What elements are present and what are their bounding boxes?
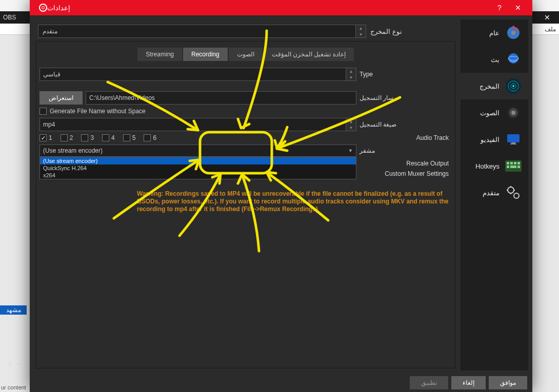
svg-rect-13 bbox=[511, 142, 515, 143]
cogs-icon bbox=[505, 184, 522, 201]
background-menu-file[interactable]: ملف bbox=[545, 26, 556, 33]
svg-point-23 bbox=[508, 187, 514, 193]
sidebar-item-label: متقدم bbox=[483, 189, 500, 197]
type-select[interactable]: قياسي▲▼ bbox=[39, 68, 356, 81]
sidebar-item-hotkeys[interactable]: Hotkeys bbox=[461, 153, 528, 179]
svg-point-8 bbox=[512, 85, 514, 87]
audio-track-4[interactable]: 4 bbox=[102, 134, 115, 141]
audio-track-group: 1 2 3 4 5 6 bbox=[39, 134, 356, 141]
no-space-checkbox[interactable]: Generate File Name without Space bbox=[39, 108, 356, 115]
encoder-dropdown-list: (Use stream encoder) QuickSync H.264 x26… bbox=[39, 157, 356, 179]
encoder-select[interactable]: (Use stream encoder)▼ (Use stream encode… bbox=[39, 145, 356, 157]
speaker-icon bbox=[505, 104, 522, 121]
background-close-button[interactable]: ✕ bbox=[535, 11, 559, 24]
svg-rect-12 bbox=[507, 134, 520, 142]
encoder-option-quicksync[interactable]: QuickSync H.264 bbox=[40, 164, 356, 172]
sidebar-item-audio[interactable]: الصوت bbox=[461, 99, 528, 126]
add-scene-button[interactable]: + bbox=[7, 359, 13, 369]
remove-scene-button[interactable]: − bbox=[16, 359, 22, 369]
audio-track-6[interactable]: 6 bbox=[144, 134, 156, 141]
sidebar-item-general[interactable]: عام bbox=[461, 19, 528, 46]
sidebar-item-advanced[interactable]: متقدم bbox=[461, 179, 528, 206]
svg-rect-16 bbox=[507, 162, 509, 164]
apply-button[interactable]: تطبيق bbox=[410, 376, 448, 389]
ok-button[interactable]: موافق bbox=[489, 376, 527, 389]
dialog-title: إعدادات bbox=[47, 4, 70, 12]
sidebar-item-stream[interactable]: بث bbox=[461, 46, 528, 73]
globe-icon bbox=[505, 51, 522, 68]
output-mode-select[interactable]: متقدم ▲▼ bbox=[38, 25, 366, 38]
sidebar-item-label: الفيديو bbox=[481, 136, 500, 143]
tab-audio[interactable]: الصوت bbox=[229, 48, 263, 61]
sidebar-item-label: عام bbox=[489, 29, 500, 37]
audio-track-1[interactable]: 1 bbox=[39, 134, 52, 141]
svg-rect-22 bbox=[517, 166, 520, 168]
sidebar-item-label: بث bbox=[491, 56, 500, 64]
encoder-option-x264[interactable]: x264 bbox=[40, 172, 356, 179]
recording-format-select[interactable]: mp4▲▼ bbox=[39, 118, 356, 131]
tab-recording[interactable]: Recording bbox=[183, 48, 228, 61]
settings-sidebar: عام بث المخرج الصوت الفيديو Hotkeys bbox=[461, 19, 528, 370]
mp4-warning: Warning: Recordings saved to MP4 will be… bbox=[39, 188, 452, 213]
svg-rect-18 bbox=[514, 162, 516, 164]
gear-icon bbox=[505, 24, 522, 42]
output-icon bbox=[505, 77, 522, 95]
recording-format-label: صيغة التسجيل bbox=[356, 121, 452, 128]
scene-label: مشهد bbox=[0, 305, 27, 315]
audio-track-5[interactable]: 5 bbox=[123, 134, 136, 141]
svg-rect-20 bbox=[507, 166, 509, 168]
sidebar-item-output[interactable]: المخرج bbox=[461, 73, 528, 99]
tab-replay-buffer[interactable]: إعادة تشغيل المخزن المؤقت bbox=[264, 48, 354, 61]
background-app-title: OBS bbox=[3, 14, 16, 21]
titlebar: إعدادات ? ✕ bbox=[30, 0, 532, 15]
svg-point-11 bbox=[511, 111, 515, 115]
settings-dialog: إعدادات ? ✕ عام بث المخرج الصوت bbox=[30, 0, 532, 392]
monitor-icon bbox=[505, 131, 522, 148]
encoder-label: مشفر bbox=[356, 147, 452, 154]
svg-rect-14 bbox=[510, 143, 516, 145]
cancel-button[interactable]: إلغاء bbox=[451, 376, 486, 389]
keyboard-icon bbox=[505, 157, 522, 175]
recording-path-label: مسار التسجيل bbox=[356, 94, 452, 101]
rescale-label: Rescale Output bbox=[356, 160, 452, 167]
svg-rect-17 bbox=[510, 162, 513, 164]
output-mode-label: نوع المخرج bbox=[366, 28, 453, 35]
sidebar-item-label: المخرج bbox=[480, 82, 500, 90]
sidebar-item-video[interactable]: الفيديو bbox=[461, 126, 528, 153]
sidebar-item-label: Hotkeys bbox=[475, 162, 500, 170]
browse-button[interactable]: استعراض bbox=[39, 91, 83, 105]
background-footer-text: ur content bbox=[0, 384, 26, 390]
audio-track-label: Audio Track bbox=[356, 134, 452, 141]
svg-rect-21 bbox=[510, 166, 516, 168]
svg-point-2 bbox=[511, 31, 515, 35]
sidebar-item-label: الصوت bbox=[480, 109, 500, 117]
tab-streaming[interactable]: Streaming bbox=[137, 48, 182, 61]
svg-point-24 bbox=[514, 193, 519, 198]
audio-track-3[interactable]: 3 bbox=[81, 134, 94, 141]
audio-track-2[interactable]: 2 bbox=[61, 134, 73, 141]
svg-rect-19 bbox=[517, 162, 520, 164]
close-button[interactable]: ✕ bbox=[509, 0, 527, 15]
type-label: Type bbox=[356, 71, 452, 78]
encoder-option-stream[interactable]: (Use stream encoder) bbox=[40, 157, 356, 164]
dialog-footer: تطبيق إلغاء موافق bbox=[30, 375, 532, 392]
recording-path-input[interactable]: C:\Users\Ahmed\Videos bbox=[86, 91, 356, 105]
help-button[interactable]: ? bbox=[490, 0, 509, 15]
obs-icon bbox=[39, 4, 47, 12]
muxer-label: Custom Muxer Settings bbox=[356, 170, 452, 177]
